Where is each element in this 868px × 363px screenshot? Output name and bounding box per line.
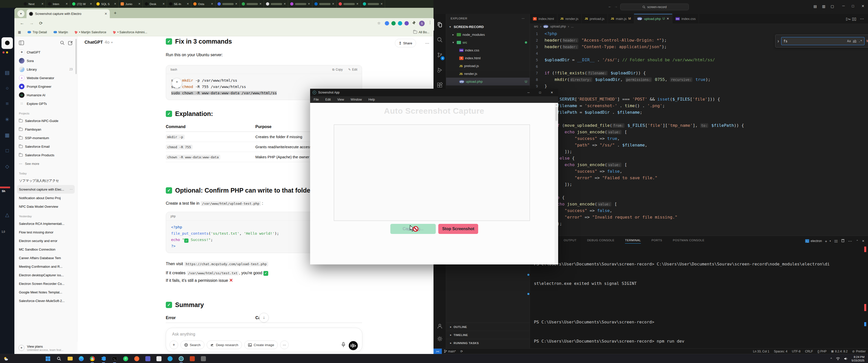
explorer-activity-icon[interactable] — [434, 19, 446, 31]
tab-close-icon[interactable]: ✕ — [235, 2, 238, 5]
browser-tab[interactable]: ✕ — [337, 0, 361, 8]
match-case-icon[interactable]: Aa — [847, 39, 850, 43]
postman-console-tab[interactable]: POSTMAN CONSOLE — [673, 239, 704, 243]
create-image-button[interactable]: Create image — [244, 340, 278, 349]
chat-history-item[interactable]: Flow test missing donor — [17, 228, 75, 236]
see-more[interactable]: ⋯See more — [17, 159, 75, 168]
tab-close-icon[interactable]: ✕ — [138, 2, 141, 5]
tree-file-preload-js[interactable]: JSpreload.js — [446, 62, 530, 70]
profile-avatar[interactable]: S — [419, 21, 425, 26]
taskbar-file-explorer[interactable] — [66, 355, 74, 363]
taskbar-postman[interactable] — [133, 355, 141, 363]
mic-button[interactable] — [341, 342, 346, 349]
tab-close-icon[interactable]: ✕ — [211, 2, 213, 5]
model-name[interactable]: ChatGPT — [85, 40, 103, 45]
sidebar-item-chatgpt[interactable]: ✳ChatGPT — [17, 48, 75, 57]
taskbar-edge[interactable] — [78, 355, 85, 363]
tab-close-icon[interactable]: ✕ — [356, 2, 359, 5]
timeline-section[interactable]: ▸TIMELINE — [446, 331, 530, 339]
tab-close-icon[interactable]: ✕ — [41, 2, 44, 5]
encoding[interactable]: UTF-8 — [789, 350, 803, 353]
extension-icon[interactable] — [391, 21, 396, 26]
layout-sidebar-icon[interactable]: ▥ — [822, 4, 825, 8]
php-version[interactable]: ▦8.2.4: 8.2 — [829, 350, 850, 353]
app-titlebar[interactable]: Screenshot App ─ □ ✕ — [310, 89, 558, 96]
browser-tab[interactable]: Osta✕ — [191, 0, 216, 8]
search-icon[interactable] — [60, 41, 65, 45]
tab-preload-js[interactable]: JSpreload.js — [582, 14, 608, 24]
sidebar-project[interactable]: SSP-momentum — [17, 134, 75, 142]
edit-button[interactable]: ✎Edit — [348, 68, 357, 71]
item-options-icon[interactable]: ⋯ — [70, 188, 73, 191]
chat-history-item[interactable]: Google Meet Notes Templat... — [17, 288, 75, 296]
nav-back-icon[interactable]: ← — [608, 4, 612, 8]
eol-sequence[interactable]: CRLF — [803, 350, 815, 353]
browser-tab[interactable]: ✕ — [240, 0, 264, 8]
running-tasks-section[interactable]: ▸RUNNING TASKS — [446, 339, 530, 347]
bookmark-item[interactable]: • Salesforce Admini... — [113, 31, 147, 34]
deep-research-button[interactable]: Deep research — [207, 340, 242, 349]
output-tab[interactable]: OUTPUT — [564, 239, 577, 243]
tree-file-index-css[interactable]: cssindex.css — [446, 46, 530, 54]
tab-index-css[interactable]: cssindex.css — [673, 14, 699, 24]
reload-icon[interactable]: ⟳ — [39, 21, 43, 26]
weather-widget[interactable] — [2, 355, 9, 363]
browser-tab[interactable]: ✕ — [264, 0, 288, 8]
taskbar-search[interactable] — [55, 355, 63, 363]
app-scrollbar[interactable]: ▲ — [555, 103, 558, 264]
language-mode[interactable]: {} PHP — [815, 350, 829, 353]
cursor-position[interactable]: Ln 33, Col 1 — [751, 350, 772, 353]
tab-close-icon[interactable]: ✕ — [284, 2, 286, 5]
sidebar-scrollbar[interactable] — [75, 39, 77, 74]
tab-close-icon[interactable]: ✕ — [187, 2, 189, 5]
command-center[interactable]: screen-record — [620, 3, 689, 10]
prettier-status[interactable]: ⊘Prettier — [850, 350, 868, 353]
terminal-dropdown-icon[interactable]: ▾ — [830, 240, 831, 242]
browser-tab[interactable]: Inten✕ — [46, 0, 70, 8]
chat-history-item[interactable]: Salesforce RCA Implementati... — [17, 219, 75, 228]
tab-close-icon[interactable]: ✕ — [308, 2, 310, 5]
new-terminal-icon[interactable]: + — [825, 239, 827, 243]
system-tray[interactable]: ^ 8:24 PM5/15/2025 — [830, 355, 868, 362]
git-branch[interactable]: main* — [442, 350, 458, 353]
sidebar-item-humanize-ai[interactable]: ∞Humanize AI — [17, 91, 75, 99]
chat-history-item[interactable]: Notification about Demo Proj — [17, 194, 75, 202]
chat-history-item-active[interactable]: Screenshot capture with Elec...⋯ — [17, 185, 75, 194]
settings-gear-icon[interactable] — [434, 333, 446, 344]
tab-close-icon[interactable]: ✕ — [90, 2, 92, 5]
view-plans[interactable]: ✦ View plans Unlimited access, team feat… — [14, 342, 78, 354]
browser-tab[interactable]: SQL S✕ — [94, 0, 119, 8]
maximize-icon[interactable]: □ — [852, 4, 854, 8]
terminal-shell-label[interactable]: ›_electron — [805, 239, 822, 243]
maximize-panel-icon[interactable]: ⌃ — [856, 239, 859, 243]
terminal-tab[interactable]: TERMINAL — [625, 239, 641, 243]
taskbar-app-icon[interactable] — [155, 355, 163, 363]
panel-more-icon[interactable]: ⋯ — [848, 239, 852, 243]
sidebar-item-prompt-engineer[interactable]: ☻Prompt Engineer — [17, 82, 75, 91]
browser-tab[interactable]: ✕ — [361, 0, 385, 8]
apps-grid-icon[interactable]: ▦ — [18, 30, 21, 34]
tree-file-render-js[interactable]: JSrender.js — [446, 70, 530, 78]
tab-main-js[interactable]: JSmain.jsM — [608, 14, 634, 24]
chat-options-icon[interactable]: ⋯ — [425, 41, 430, 45]
taskbar-terminal[interactable]: ›_ — [111, 355, 118, 363]
sidebar-toggle-icon[interactable] — [19, 40, 24, 45]
layout-customize-icon[interactable]: ▢ — [831, 4, 834, 8]
find-expand-chevron[interactable]: ❯ — [777, 40, 779, 43]
scroll-to-bottom-button[interactable]: ↓ — [259, 313, 269, 322]
app-close-icon[interactable]: ✕ — [551, 91, 553, 94]
browser-tab[interactable]: ✕ — [216, 0, 240, 8]
browser-tab[interactable]: ✕ — [288, 0, 312, 8]
code-editor[interactable]: 1<?php 2header(header: "Access-Control-A… — [530, 30, 868, 236]
menu-window[interactable]: Window — [351, 98, 362, 101]
sidebar-project[interactable]: Salesforce-NPC-Guide — [17, 117, 75, 125]
search-tool-button[interactable]: Search — [180, 340, 205, 349]
sidebar-project[interactable]: Salesforce Products — [17, 151, 75, 159]
close-panel-icon[interactable]: ✕ — [862, 239, 865, 243]
chat-history-item[interactable]: NPC Data Model Overview — [17, 202, 75, 211]
taskbar-vscode[interactable] — [100, 355, 107, 363]
taskbar-app-icon[interactable] — [166, 355, 174, 363]
browser-tab[interactable]: Junio✕ — [119, 0, 143, 8]
account-icon[interactable] — [434, 320, 446, 332]
forward-icon[interactable]: → — [30, 21, 34, 26]
